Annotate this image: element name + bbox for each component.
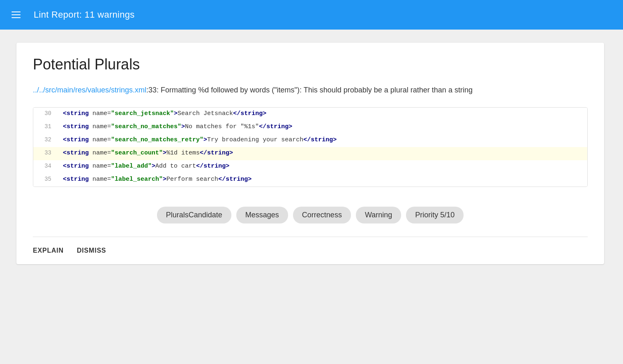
line-number: 33 (33, 147, 56, 160)
line-number: 32 (33, 134, 56, 147)
code-line: 31 <string name="search_no_matches">No m… (33, 121, 587, 134)
line-number: 31 (33, 121, 56, 134)
tag-messages: Messages (236, 207, 288, 223)
line-number: 30 (33, 108, 56, 121)
lint-card: Potential Plurals ../../src/main/res/val… (16, 43, 604, 264)
code-block: 30 <string name="search_jetsnack">Search… (33, 107, 588, 187)
app-header: Lint Report: 11 warnings (0, 0, 623, 30)
tag-warning: Warning (356, 207, 401, 223)
header-title: Lint Report: 11 warnings (34, 9, 135, 20)
line-number: 35 (33, 173, 56, 187)
menu-icon[interactable] (10, 12, 22, 18)
tag-priority: Priority 5/10 (406, 207, 464, 223)
line-number: 34 (33, 160, 56, 173)
explain-button[interactable]: EXPLAIN (33, 245, 64, 256)
code-line: 35 <string name="label_search">Perform s… (33, 173, 587, 187)
code-line: 30 <string name="search_jetsnack">Search… (33, 108, 587, 121)
issue-file-link[interactable]: ../../src/main/res/values/strings.xml (33, 86, 146, 94)
tag-plurals-candidate: PluralsCandidate (157, 207, 231, 223)
tag-correctness: Correctness (293, 207, 351, 223)
issue-description: ../../src/main/res/values/strings.xml:33… (33, 85, 588, 96)
code-line: 34 <string name="label_add">Add to cart<… (33, 160, 587, 173)
line-content: <string name="search_no_matches_retry">T… (56, 134, 343, 147)
line-content: <string name="search_no_matches">No matc… (56, 121, 299, 134)
line-content: <string name="label_search">Perform sear… (56, 173, 258, 187)
line-content: <string name="search_count">%1d items</s… (56, 147, 240, 160)
line-content: <string name="search_jetsnack">Search Je… (56, 108, 273, 121)
issue-text: :33: Formatting %d followed by words ("i… (146, 86, 473, 94)
tags-row: PluralsCandidate Messages Correctness Wa… (33, 200, 588, 237)
card-title: Potential Plurals (33, 56, 588, 73)
code-line: 32 <string name="search_no_matches_retry… (33, 134, 587, 147)
footer-actions: EXPLAIN DISMISS (33, 237, 588, 264)
main-area: Potential Plurals ../../src/main/res/val… (0, 30, 623, 277)
code-line-highlighted: 33 <string name="search_count">%1d items… (33, 147, 587, 160)
dismiss-button[interactable]: DISMISS (77, 245, 106, 256)
line-content: <string name="label_add">Add to cart</st… (56, 160, 236, 173)
